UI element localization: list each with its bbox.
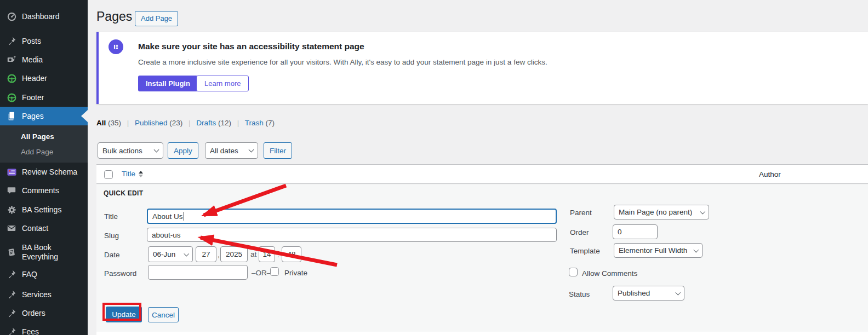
title-column-label: Title: [122, 170, 135, 178]
update-button[interactable]: Update: [106, 307, 142, 322]
author-column-header: Author: [759, 170, 781, 178]
template-select[interactable]: Elementor Full Width: [614, 243, 703, 258]
chevron-down-icon: [154, 147, 159, 153]
filter-button[interactable]: Filter: [264, 142, 292, 159]
sidebar-item-label: Media: [22, 55, 79, 65]
sidebar-item-label: Services: [22, 290, 79, 299]
install-plugin-button[interactable]: Install Plugin: [138, 76, 198, 91]
filter-trash-count: (7): [266, 119, 275, 127]
at-label: at: [250, 250, 256, 258]
filter-all[interactable]: All: [96, 119, 106, 127]
sidebar-item-label: Fees: [22, 327, 79, 335]
pin-icon: [6, 326, 17, 335]
sort-asc-icon: [139, 171, 143, 174]
sidebar-item-footer[interactable]: Footer: [0, 88, 88, 107]
pin-icon: [6, 269, 17, 280]
sidebar-item-faq[interactable]: FAQ: [0, 265, 88, 284]
time-separator: :: [277, 251, 279, 259]
or-label: –OR–: [252, 269, 271, 277]
template-field-label: Template: [570, 247, 600, 255]
status-select[interactable]: Published: [613, 286, 684, 301]
banner-title: Make sure your site has an accessibility…: [138, 42, 364, 51]
date-separator: ,: [218, 251, 220, 259]
status-value: Published: [618, 289, 650, 297]
sidebar-item-label: Contact: [22, 224, 79, 233]
envelope-icon: [6, 223, 17, 234]
sidebar-item-ba-settings[interactable]: BA Settings: [0, 200, 88, 219]
notepad-icon: [6, 247, 17, 258]
chevron-down-icon: [693, 247, 698, 252]
password-field-label: Password: [104, 269, 136, 278]
bulk-actions-value: Bulk actions: [102, 147, 142, 155]
filter-published[interactable]: Published: [135, 119, 167, 127]
pin-icon: [6, 36, 17, 47]
apply-button[interactable]: Apply: [168, 142, 198, 159]
pin-icon: [6, 289, 17, 300]
sidebar-item-dashboard[interactable]: Dashboard: [0, 7, 88, 26]
parent-field-label: Parent: [570, 209, 592, 217]
parent-select[interactable]: Main Page (no parent): [614, 205, 709, 220]
title-input[interactable]: About Us: [147, 209, 557, 224]
sidebar-item-review-schema[interactable]: Review Schema: [0, 163, 88, 181]
sidebar-item-posts[interactable]: Posts: [0, 32, 88, 50]
add-page-button[interactable]: Add Page: [135, 11, 178, 26]
sidebar-item-fees[interactable]: Fees: [0, 322, 88, 335]
sidebar-item-label: Header: [22, 74, 79, 83]
chevron-down-icon: [249, 147, 254, 153]
sidebar-item-all-pages[interactable]: All Pages: [0, 129, 88, 145]
year-input[interactable]: [220, 246, 248, 262]
media-icon: [6, 54, 17, 65]
filter-separator: |: [237, 119, 239, 127]
status-filter-links: All (35) | Published (23) | Drafts (12) …: [96, 119, 275, 127]
sidebar-item-add-page[interactable]: Add Page: [0, 145, 88, 160]
sidebar-item-label: Pages: [22, 112, 79, 121]
slug-input[interactable]: [147, 228, 557, 242]
day-input[interactable]: [196, 246, 216, 262]
parent-value: Main Page (no parent): [619, 208, 692, 216]
footer-icon: [6, 92, 17, 103]
hour-input[interactable]: [259, 246, 275, 262]
sidebar-item-services[interactable]: Services: [0, 285, 88, 304]
title-column-header[interactable]: Title: [122, 170, 143, 178]
slug-field-label: Slug: [104, 232, 119, 240]
filter-drafts[interactable]: Drafts: [196, 119, 216, 127]
chevron-down-icon: [675, 290, 680, 294]
review-schema-icon: [6, 166, 17, 177]
page-title: Pages: [96, 9, 132, 24]
bulk-actions-select[interactable]: Bulk actions: [98, 142, 163, 159]
sort-icon: [139, 171, 143, 177]
private-checkbox[interactable]: [270, 267, 279, 276]
gear-icon: [6, 204, 17, 215]
title-field-label: Title: [104, 212, 118, 221]
sidebar-item-contact[interactable]: Contact: [0, 219, 88, 238]
sidebar-item-comments[interactable]: Comments: [0, 181, 88, 200]
month-select[interactable]: 06-Jun: [148, 246, 193, 262]
sidebar-item-pages[interactable]: Pages: [0, 107, 88, 125]
sidebar-item-label: Orders: [22, 309, 79, 318]
quick-edit-heading: QUICK EDIT: [104, 189, 143, 197]
sidebar-item-label: Posts: [22, 37, 79, 46]
filter-trash[interactable]: Trash: [245, 119, 264, 127]
learn-more-button[interactable]: Learn more: [196, 76, 249, 91]
password-input[interactable]: [148, 265, 248, 280]
template-value: Elementor Full Width: [619, 246, 687, 255]
filter-all-count: (35): [108, 119, 121, 127]
sidebar-item-orders[interactable]: Orders: [0, 304, 88, 322]
pages-table-header: Title Author: [96, 164, 868, 184]
order-input[interactable]: [613, 224, 658, 239]
elementor-icon: [108, 39, 123, 54]
filter-separator: |: [189, 119, 191, 127]
sidebar-item-media[interactable]: Media: [0, 50, 88, 69]
comments-icon: [6, 185, 17, 196]
all-dates-select[interactable]: All dates: [205, 142, 258, 159]
chevron-down-icon: [700, 209, 705, 213]
allow-comments-checkbox[interactable]: [569, 268, 578, 276]
minute-input[interactable]: [282, 246, 301, 262]
pages-icon: [6, 111, 17, 122]
month-value: 06-Jun: [153, 250, 175, 258]
select-all-checkbox[interactable]: [104, 170, 113, 179]
cancel-button[interactable]: Cancel: [148, 307, 179, 322]
header-icon: [6, 73, 17, 84]
sidebar-item-header[interactable]: Header: [0, 69, 88, 88]
sidebar-item-ba-book-everything[interactable]: BA Book Everything: [0, 238, 88, 267]
